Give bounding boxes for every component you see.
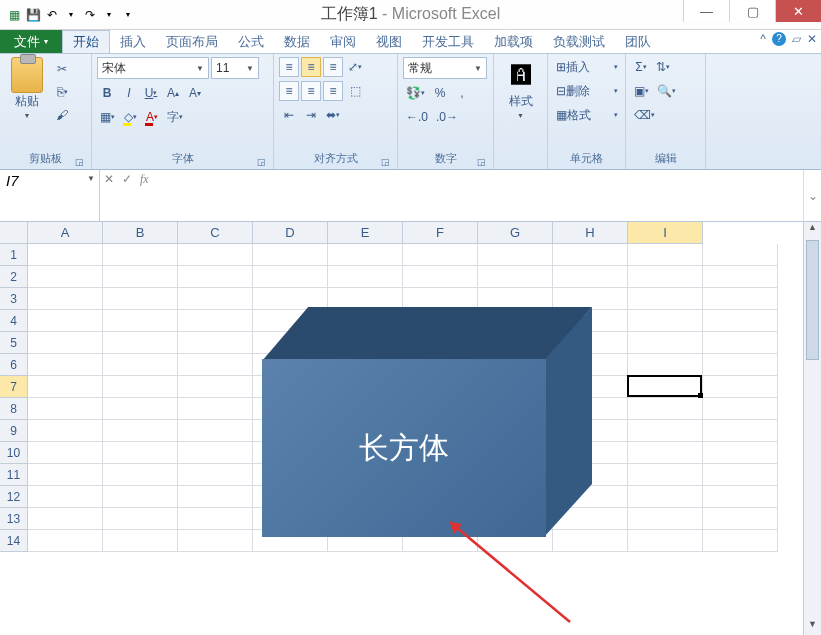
fx-enter-icon[interactable]: ✓ [122,172,132,186]
styles-button[interactable]: 🅰 样式 ▼ [499,57,542,121]
formula-input[interactable] [153,170,803,221]
cell[interactable] [178,310,253,332]
align-middle-button[interactable]: ≡ [301,57,321,77]
cell[interactable] [178,332,253,354]
decrease-indent-button[interactable]: ⇤ [279,105,299,125]
grid[interactable]: A B C D E F G H I 1234567891011121314 长方… [0,222,803,635]
cell[interactable] [628,398,703,420]
increase-decimal-button[interactable]: ←.0 [403,107,431,127]
cell[interactable] [628,376,703,398]
cell[interactable] [178,398,253,420]
cell[interactable] [253,244,328,266]
row-header[interactable]: 4 [0,310,28,332]
cell[interactable] [328,266,403,288]
cell[interactable] [703,464,778,486]
row-header[interactable]: 14 [0,530,28,552]
col-header[interactable]: D [253,222,328,244]
comma-button[interactable]: , [452,83,472,103]
cell[interactable] [103,332,178,354]
undo-dropdown-icon[interactable]: ▼ [63,7,79,23]
fill-color-button[interactable]: ◇▾ [120,107,140,127]
scroll-up-icon[interactable]: ▲ [804,222,821,238]
cell[interactable] [178,288,253,310]
cell[interactable] [28,420,103,442]
undo-icon[interactable]: ↶ [44,7,60,23]
col-header[interactable]: A [28,222,103,244]
cell[interactable] [628,530,703,552]
col-header[interactable]: G [478,222,553,244]
name-box[interactable]: I7▼ [0,170,100,221]
cell[interactable] [703,332,778,354]
fx-cancel-icon[interactable]: ✕ [104,172,114,186]
cell[interactable] [628,332,703,354]
cell[interactable] [103,266,178,288]
decrease-decimal-button[interactable]: .0→ [433,107,461,127]
bold-button[interactable]: B [97,83,117,103]
row-header[interactable]: 11 [0,464,28,486]
cell[interactable] [178,442,253,464]
italic-button[interactable]: I [119,83,139,103]
scroll-thumb[interactable] [806,240,819,360]
cell[interactable] [28,332,103,354]
save-icon[interactable]: 💾 [25,7,41,23]
wrap-text-button[interactable]: ⬚ [345,81,365,101]
row-header[interactable]: 12 [0,486,28,508]
format-cells-button[interactable]: ▦ 格式▾ [553,105,621,125]
tab-view[interactable]: 视图 [366,30,412,53]
underline-button[interactable]: U▾ [141,83,161,103]
cell[interactable] [103,464,178,486]
cell[interactable] [628,244,703,266]
dialog-launcher-icon[interactable]: ◲ [381,157,390,167]
dialog-launcher-icon[interactable]: ◲ [477,157,486,167]
grow-font-button[interactable]: A▴ [163,83,183,103]
cell[interactable] [703,244,778,266]
clear-button[interactable]: ⌫▾ [631,105,658,125]
col-header[interactable]: I [628,222,703,244]
cell[interactable] [628,420,703,442]
cell[interactable] [103,244,178,266]
sort-filter-button[interactable]: ⇅▾ [653,57,673,77]
phonetic-button[interactable]: 字▾ [164,107,186,127]
cell[interactable] [28,486,103,508]
copy-button[interactable]: ⎘▾ [52,82,72,102]
cell[interactable] [703,266,778,288]
cell[interactable] [103,310,178,332]
row-header[interactable]: 8 [0,398,28,420]
percent-button[interactable]: % [430,83,450,103]
cell[interactable] [403,266,478,288]
font-color-button[interactable]: A▾ [142,107,162,127]
orientation-button[interactable]: ⤢▾ [345,57,365,77]
tab-formulas[interactable]: 公式 [228,30,274,53]
align-top-button[interactable]: ≡ [279,57,299,77]
cell[interactable] [28,464,103,486]
cell[interactable] [328,244,403,266]
cell[interactable] [703,398,778,420]
cell[interactable] [103,486,178,508]
redo-icon[interactable]: ↷ [82,7,98,23]
col-header[interactable]: F [403,222,478,244]
redo-dropdown-icon[interactable]: ▼ [101,7,117,23]
row-header[interactable]: 3 [0,288,28,310]
window-restore-icon[interactable]: ▱ [792,32,801,46]
cell[interactable] [28,266,103,288]
cell[interactable] [28,376,103,398]
cell[interactable] [28,310,103,332]
increase-indent-button[interactable]: ⇥ [301,105,321,125]
align-left-button[interactable]: ≡ [279,81,299,101]
format-painter-button[interactable]: 🖌 [52,105,72,125]
maximize-button[interactable]: ▢ [729,0,775,22]
col-header[interactable]: H [553,222,628,244]
cell[interactable] [628,442,703,464]
cell[interactable] [703,530,778,552]
cell[interactable] [628,486,703,508]
tab-addins[interactable]: 加载项 [484,30,543,53]
cell[interactable] [28,354,103,376]
cell[interactable] [703,420,778,442]
cell[interactable] [178,464,253,486]
qat-more-icon[interactable]: ▼ [120,7,136,23]
cell[interactable] [178,420,253,442]
cell[interactable] [103,530,178,552]
row-header[interactable]: 10 [0,442,28,464]
merge-button[interactable]: ⬌▾ [323,105,343,125]
paste-button[interactable]: 粘贴 ▼ [5,57,49,121]
